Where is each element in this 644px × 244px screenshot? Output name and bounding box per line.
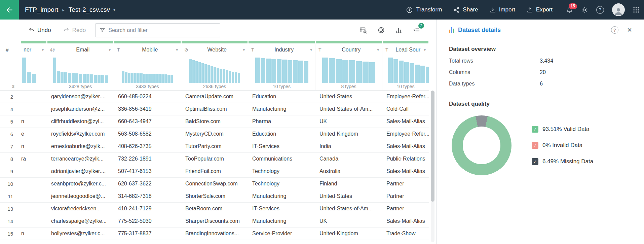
cell-country[interactable]: United·Kingdom [315,231,382,237]
scrollbar-thumb[interactable] [431,91,434,202]
cell-lead-source[interactable]: Partner [382,206,429,212]
column-histogram[interactable] [47,56,114,83]
cell-website[interactable]: TutorParty.com [181,143,248,149]
cell-mobile[interactable]: 507-417-6153 [114,168,181,174]
cell-website[interactable]: BaldStore.com [181,118,248,125]
column-header-mobile[interactable]: TMobile▾3433 types [114,41,181,90]
column-histogram[interactable] [248,56,315,83]
column-header-lead-sour[interactable]: TLead Sour▾10 types [382,41,429,90]
cell-email[interactable]: jeannetteogoodloe@... [47,193,114,199]
cell-industry[interactable]: Education [248,94,315,100]
cell-website[interactable]: FriendFail.com [181,168,248,174]
cell-lead-source[interactable]: Partner [382,193,429,199]
valid-checkbox[interactable]: ✓ [532,126,538,133]
cell-mobile[interactable]: 732-226-1891 [114,156,181,162]
cell-industry[interactable]: Manufacturing [248,193,315,199]
cell-mobile[interactable]: 408-626-3735 [114,143,181,149]
settings-button[interactable] [581,6,588,13]
cell-industry[interactable]: Education [248,131,315,137]
cell-industry[interactable]: Technology [248,181,315,187]
column-header-email[interactable]: @Email▾3428 types [47,41,114,90]
chevron-down-icon[interactable]: ▾ [176,48,178,52]
panel-help-button[interactable]: ? [611,26,618,34]
cell-clipped[interactable]: e [21,131,47,137]
column-header-ner[interactable]: ner▾ [21,41,47,90]
cell-industry[interactable]: Manufacturing [248,106,315,112]
cell-lead-source[interactable]: Sales·Mail·Alias [382,168,429,174]
cell-email[interactable]: cliffrhuddleston@zyl... [47,118,114,125]
cell-email[interactable]: adriantjavier@zylker.... [47,168,114,174]
cell-website[interactable]: BrandingInnovations... [181,231,248,237]
cell-email[interactable]: hollyrestes@zylker.c... [47,231,114,237]
cell-industry[interactable]: Pharma [248,118,315,125]
notifications-button[interactable]: 15 [566,6,573,13]
cell-website[interactable]: ConnectionSwap.com [181,181,248,187]
cell-country[interactable]: India [315,143,382,149]
cell-lead-source[interactable]: Sales·Mail·Alias [382,118,429,125]
cell-lead-source[interactable]: Employee·Refer... [382,94,429,100]
cell-lead-source[interactable]: Partner [382,181,429,187]
cell-email[interactable]: ernestoaburke@zylk... [47,143,114,149]
column-histogram[interactable] [315,56,382,83]
invalid-checkbox[interactable]: ✓ [532,142,538,149]
cell-lead-source[interactable]: Sales·Mail·Alias [382,218,429,224]
cell-clipped[interactable]: n [21,118,47,125]
cell-lead-source[interactable]: Cold·Call [382,106,429,112]
cell-lead-source[interactable]: Sales·Mail·Alias [382,143,429,149]
target-icon[interactable] [377,26,385,34]
cell-website[interactable]: ShorterSale.com [181,193,248,199]
breadcrumb-root[interactable]: FTP_import [25,6,58,13]
applied-steps-icon[interactable]: 2 [413,26,420,34]
cell-email[interactable]: josephkanderson@z... [47,106,114,112]
cell-country[interactable]: United·States·of·Am... [315,106,382,112]
column-histogram[interactable] [21,56,47,83]
cell-website[interactable]: TooPopular.com [181,156,248,162]
column-histogram[interactable] [382,56,429,83]
cell-industry[interactable]: IT·Services [248,143,315,149]
cell-country[interactable]: United·States·of·Am... [315,206,382,212]
help-button[interactable]: ? [596,6,604,14]
chevron-down-icon[interactable]: ▾ [109,48,111,52]
apps-grid-icon[interactable] [633,7,639,13]
cell-email[interactable]: victorafredericksen... [47,206,114,212]
cell-country[interactable]: UK [315,118,382,125]
chevron-down-icon[interactable]: ▾ [113,7,115,12]
avatar[interactable] [612,3,625,16]
chevron-down-icon[interactable]: ▾ [424,48,426,52]
cell-website[interactable]: CameraUpdate.com [181,94,248,100]
cell-mobile[interactable]: 620-637-3622 [114,181,181,187]
column-header-industry[interactable]: TIndustry▾10 types [248,41,315,90]
cell-country[interactable]: Australia [315,168,382,174]
cell-country[interactable]: United·States [315,193,382,199]
share-button[interactable]: Share [453,6,478,13]
cell-industry[interactable]: Technology [248,168,315,174]
chevron-down-icon[interactable]: ▾ [310,48,312,52]
cell-mobile[interactable]: 660-643-4947 [114,118,181,125]
cell-mobile[interactable]: 563-508-6582 [114,131,181,137]
cell-website[interactable]: MysteryCD.com [181,131,248,137]
back-button[interactable] [0,0,19,20]
column-header-country[interactable]: TCountry▾8 types [315,41,382,90]
undo-button[interactable]: Undo [28,27,51,34]
vertical-scrollbar[interactable] [431,91,434,242]
chevron-down-icon[interactable]: ▾ [243,48,245,52]
cell-industry[interactable]: Service·Provider [248,231,315,237]
cell-mobile[interactable]: 775-522-5030 [114,218,181,224]
cell-industry[interactable]: IT·Services [248,206,315,212]
column-histogram[interactable] [181,56,248,83]
chevron-down-icon[interactable]: ▾ [42,48,44,52]
cell-industry[interactable]: Manufacturing [248,218,315,224]
cell-mobile[interactable]: 336-856-3419 [114,106,181,112]
redo-button[interactable]: Redo [63,27,86,34]
missing-checkbox[interactable]: ✓ [532,158,538,165]
column-header-website[interactable]: ⊘Website▾2636 types [181,41,248,90]
cell-mobile[interactable]: 660-485-0224 [114,94,181,100]
cell-clipped[interactable]: n [21,231,47,237]
import-button[interactable]: Import [490,6,515,13]
cell-email[interactable]: seanbproto@zylker.c... [47,181,114,187]
search-input[interactable] [108,27,216,33]
cell-email[interactable]: terrancearoye@zylk... [47,156,114,162]
cell-mobile[interactable]: 775-317-8837 [114,231,181,237]
cell-country[interactable]: United·Kingdom [315,131,382,137]
cell-website[interactable]: SharperDiscounts.com [181,218,248,224]
